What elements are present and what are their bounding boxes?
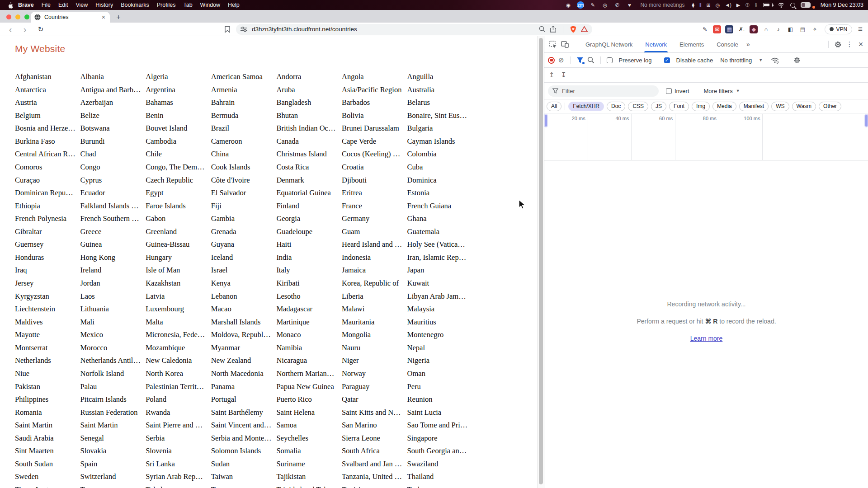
country-cell[interactable]: Slovenia xyxy=(146,445,211,458)
country-cell[interactable]: Montenegro xyxy=(407,328,473,342)
app-status-icon[interactable]: ✆ xyxy=(613,1,621,9)
country-cell[interactable]: South Africa xyxy=(342,445,407,458)
country-cell[interactable]: Martinique xyxy=(276,316,342,329)
country-cell[interactable]: Antigua and Barb… xyxy=(80,84,146,97)
country-cell[interactable]: American Samoa xyxy=(211,70,277,84)
country-cell[interactable]: Seychelles xyxy=(276,432,342,445)
request-type-chip[interactable]: Font xyxy=(669,102,689,111)
url-text[interactable]: d3hzn3tyfnt3th.cloudfront.net/countries xyxy=(252,26,539,33)
page-zoom-icon[interactable] xyxy=(539,26,546,33)
country-cell[interactable]: Andorra xyxy=(276,70,342,84)
country-cell[interactable]: Luxembourg xyxy=(146,303,211,316)
devtools-tab[interactable]: Network xyxy=(640,36,672,52)
country-cell[interactable]: Serbia xyxy=(146,432,211,445)
country-cell[interactable]: Mali xyxy=(80,316,146,329)
country-cell[interactable]: Chad xyxy=(80,148,146,161)
menu-item[interactable]: Bookmarks xyxy=(121,2,149,8)
country-cell[interactable]: Cocos (Keeling) … xyxy=(342,148,407,161)
request-type-chip[interactable]: WS xyxy=(771,102,789,111)
menu-item[interactable]: Profiles xyxy=(157,2,176,8)
extension-icon[interactable]: ♪ xyxy=(774,25,782,33)
bookmark-flag-icon[interactable] xyxy=(224,26,231,33)
country-cell[interactable]: Reunion xyxy=(407,393,473,406)
country-cell[interactable]: Christmas Island xyxy=(276,148,342,161)
country-cell[interactable]: Cook Islands xyxy=(211,161,277,174)
country-cell[interactable]: Trinidad and Tob… xyxy=(276,483,342,488)
country-cell[interactable]: British Indian Oc… xyxy=(276,122,342,135)
country-cell[interactable]: Saudi Arabia xyxy=(15,432,80,445)
country-cell[interactable]: Togo xyxy=(80,483,146,488)
country-cell[interactable]: El Salvador xyxy=(211,187,277,200)
country-cell[interactable]: Burundi xyxy=(80,135,146,148)
country-cell[interactable]: Albania xyxy=(80,70,146,84)
system-status-icon[interactable]: ᛒ xyxy=(755,2,758,8)
system-status-icon[interactable]: ⧫ xyxy=(692,2,694,8)
country-cell[interactable]: Ghana xyxy=(407,212,473,225)
country-cell[interactable]: Sao Tome and Pri… xyxy=(407,419,473,432)
country-cell[interactable]: Dominica xyxy=(407,174,473,187)
system-status-icon[interactable]: ◄) xyxy=(725,2,731,8)
country-cell[interactable]: Brazil xyxy=(211,122,277,135)
menu-item[interactable]: Tab xyxy=(183,2,192,8)
country-cell[interactable]: Spain xyxy=(80,458,146,471)
minimize-window-button[interactable] xyxy=(15,14,20,19)
country-cell[interactable]: Saint Kitts and N… xyxy=(342,406,407,419)
country-cell[interactable]: Maldives xyxy=(15,316,80,329)
country-cell[interactable]: Sri Lanka xyxy=(146,458,211,471)
country-cell[interactable]: Kiribati xyxy=(276,277,342,290)
extension-icon[interactable]: ✎ xyxy=(701,25,709,33)
country-cell[interactable]: Pakistan xyxy=(15,380,80,394)
country-cell[interactable]: Belize xyxy=(80,109,146,122)
country-cell[interactable]: Tonga xyxy=(211,483,277,488)
country-cell[interactable]: Moldova, Republ… xyxy=(211,328,277,342)
preserve-log-checkbox[interactable] xyxy=(607,57,613,63)
timeline-right-handle[interactable] xyxy=(865,115,868,127)
country-cell[interactable]: China xyxy=(211,148,277,161)
country-cell[interactable]: Monaco xyxy=(276,328,342,342)
country-cell[interactable]: Norfolk Island xyxy=(80,367,146,380)
country-cell[interactable]: Laos xyxy=(80,290,146,303)
country-cell[interactable]: Guam xyxy=(342,225,407,239)
country-cell[interactable]: Algeria xyxy=(146,70,211,84)
toggle-device-toolbar-icon[interactable] xyxy=(559,38,571,50)
country-cell[interactable]: Czech Republic xyxy=(146,174,211,187)
reload-button[interactable]: ↻ xyxy=(36,25,45,33)
control-center-icon[interactable] xyxy=(801,2,811,8)
country-cell[interactable]: Haiti xyxy=(276,238,342,251)
country-cell[interactable]: Côte d'Ivoire xyxy=(211,174,277,187)
tab-close-icon[interactable]: × xyxy=(101,14,106,21)
country-cell[interactable]: Australia xyxy=(407,84,473,97)
country-cell[interactable]: Norway xyxy=(342,367,407,380)
country-cell[interactable]: Suriname xyxy=(276,458,342,471)
country-cell[interactable]: Swaziland xyxy=(407,458,473,471)
country-cell[interactable]: Bosnia and Herze… xyxy=(15,122,80,135)
country-cell[interactable]: Oman xyxy=(407,367,473,380)
more-filters-caret-icon[interactable]: ▼ xyxy=(736,89,740,93)
country-cell[interactable]: Peru xyxy=(407,380,473,394)
country-cell[interactable]: Djibouti xyxy=(342,174,407,187)
invert-checkbox[interactable] xyxy=(666,88,672,94)
country-cell[interactable]: Svalbard and Jan … xyxy=(342,458,407,471)
more-filters-button[interactable]: More filters xyxy=(704,88,733,94)
country-cell[interactable]: Italy xyxy=(276,264,342,277)
country-cell[interactable]: Dominican Repu… xyxy=(15,187,80,200)
country-cell[interactable]: Malawi xyxy=(342,303,407,316)
country-cell[interactable]: Kenya xyxy=(211,277,277,290)
filter-input[interactable]: Filter xyxy=(548,85,659,97)
record-network-log-button[interactable] xyxy=(548,57,555,64)
country-cell[interactable]: Sierra Leone xyxy=(342,432,407,445)
url-bar[interactable]: d3hzn3tyfnt3th.cloudfront.net/countries xyxy=(236,24,592,35)
share-icon[interactable] xyxy=(550,26,556,33)
forward-button[interactable]: › xyxy=(20,24,30,34)
extension-icon[interactable]: ◆ xyxy=(750,25,758,33)
country-cell[interactable]: Bhutan xyxy=(276,109,342,122)
country-cell[interactable]: Hungary xyxy=(146,251,211,264)
extension-icon[interactable]: ▤ xyxy=(798,25,807,33)
menu-item[interactable]: Window xyxy=(200,2,220,8)
request-type-chip[interactable]: Other xyxy=(819,102,841,111)
country-cell[interactable]: Russian Federation xyxy=(80,406,146,419)
page-scrollbar[interactable] xyxy=(537,36,544,488)
country-cell[interactable]: Poland xyxy=(146,393,211,406)
country-cell[interactable]: Guernsey xyxy=(15,238,80,251)
country-cell[interactable]: Thailand xyxy=(407,470,473,483)
